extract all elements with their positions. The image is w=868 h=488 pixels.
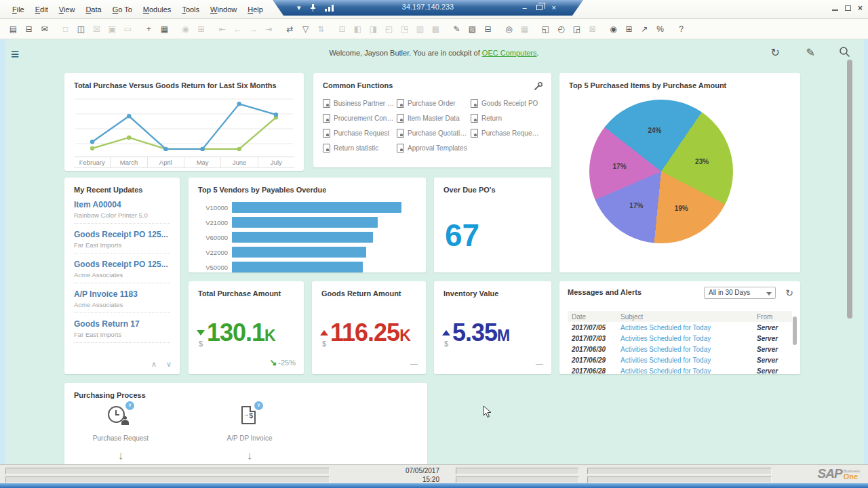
edit-mode-icon[interactable]: ✎ xyxy=(450,22,463,35)
recent-update-link[interactable]: A/P Invoice 1183 xyxy=(74,289,170,299)
messages-refresh-icon[interactable]: ↻ xyxy=(785,287,793,298)
search-icon[interactable] xyxy=(839,46,850,58)
main-scrollbar[interactable] xyxy=(847,60,852,319)
messages-icon[interactable]: ◎ xyxy=(502,22,515,35)
refresh-cockpit-icon[interactable]: ↻ xyxy=(771,46,780,59)
bar-category-label: V22000 xyxy=(198,249,232,256)
recent-update-link[interactable]: Item A00004 xyxy=(74,200,170,209)
preview-icon[interactable]: ▤ xyxy=(7,22,20,35)
user-defined-fields-icon[interactable]: ◱ xyxy=(539,22,552,35)
recent-update-item: Item A00004Rainbow Color Printer 5.0 xyxy=(74,194,170,224)
message-subject-link[interactable]: Activities Scheduled for Today xyxy=(611,335,757,342)
message-subject-link[interactable]: Activities Scheduled for Today xyxy=(611,367,757,375)
kpi-unit: K xyxy=(399,327,411,344)
bar-v60000[interactable] xyxy=(232,232,373,243)
menu-data[interactable]: Data xyxy=(80,5,106,14)
kpi-value: 116.25 xyxy=(330,319,399,346)
message-date: 2017/06/29 xyxy=(568,357,611,364)
form-mode-icon[interactable]: ◲ xyxy=(570,22,583,35)
common-function-goods-receipt-po[interactable]: Goods Receipt PO xyxy=(471,99,542,108)
recent-update-link[interactable]: Goods Return 17 xyxy=(74,319,170,329)
common-function-label: Goods Receipt PO xyxy=(481,100,538,107)
process-step-purchase-request[interactable]: ∨ Purchase Request ↓ xyxy=(83,405,158,463)
print-layout-icon[interactable]: ▧ xyxy=(466,22,479,35)
bar-v21000[interactable] xyxy=(232,217,378,228)
find-icon: ◉ xyxy=(179,22,192,35)
company-link[interactable]: OEC Computers xyxy=(482,49,537,57)
refresh-record-icon[interactable]: ⇄ xyxy=(283,22,296,35)
message-subject-link[interactable]: Activities Scheduled for Today xyxy=(611,346,757,353)
window-restore-icon[interactable] xyxy=(845,5,851,11)
menu-help[interactable]: Help xyxy=(242,5,269,14)
messages-filter-dropdown[interactable]: All in 30 Days xyxy=(704,287,776,299)
bar-v10000[interactable] xyxy=(232,202,401,213)
common-function-purchase-request[interactable]: Purchase Request xyxy=(323,129,394,138)
toolbar-group: +▦ xyxy=(142,22,171,35)
sap-logo-one: One xyxy=(844,474,860,479)
add-favorites-icon[interactable]: ⊞ xyxy=(623,22,635,35)
common-function-purchase-quotation[interactable]: Purchase Quotation... xyxy=(397,129,468,138)
bar-v22000[interactable] xyxy=(232,247,366,258)
close-icon[interactable]: × xyxy=(552,2,556,13)
messages-scrollbar[interactable] xyxy=(793,317,797,345)
percentage-icon[interactable]: % xyxy=(654,22,667,35)
recent-update-link[interactable]: Goods Receipt PO 125... xyxy=(74,230,170,239)
menu-tools[interactable]: Tools xyxy=(176,5,205,14)
common-function-approval-templates[interactable]: Approval Templates xyxy=(397,144,468,152)
previous-record-icon: ← xyxy=(231,22,244,35)
common-function-item-master-data[interactable]: Item Master Data xyxy=(397,114,468,123)
menu-file[interactable]: File xyxy=(7,5,30,14)
minimize-icon[interactable]: – xyxy=(522,2,526,13)
edit-cockpit-icon[interactable]: ✎ xyxy=(806,46,815,59)
mouse-cursor xyxy=(483,405,492,418)
restore-icon[interactable] xyxy=(536,5,542,10)
copy-icon[interactable]: ◫ xyxy=(75,22,87,35)
common-function-procurement-confir[interactable]: Procurement Confir... xyxy=(323,114,394,123)
link-icon[interactable]: ↗ xyxy=(638,22,651,35)
print-icon[interactable]: ⊟ xyxy=(22,22,35,35)
recent-update-link[interactable]: Goods Receipt PO 125... xyxy=(74,260,170,269)
toolbar: ▤⊟✉□◫☒▣▭+▦◉⊞⇤←→⇥⇄▽⇅⊡◧◨◰◳▥▩✎▧⊟◎▦◱◴◲⊠◉⊞↗%? xyxy=(0,19,868,39)
common-function-business-partner-m[interactable]: Business Partner M... xyxy=(323,99,394,108)
menu-go-to[interactable]: Go To xyxy=(107,5,138,14)
menu-edit[interactable]: Edit xyxy=(30,5,54,14)
filter-icon[interactable]: ▽ xyxy=(299,22,312,35)
process-step-ap-dp-invoice[interactable]: →$ ∨ A/P DP Invoice ↓ xyxy=(212,405,287,463)
common-function-label: Purchase Request xyxy=(334,129,389,137)
toolbar-group: ◎▦ xyxy=(502,22,531,35)
bar-row: V21000 xyxy=(198,217,416,228)
step-badge-icon[interactable]: ∨ xyxy=(125,401,134,410)
common-function-return[interactable]: Return xyxy=(471,114,542,123)
toolbar-groups: ▤⊟✉□◫☒▣▭+▦◉⊞⇤←→⇥⇄▽⇅⊡◧◨◰◳▥▩✎▧⊟◎▦◱◴◲⊠◉⊞↗%? xyxy=(7,22,696,35)
form-settings-icon[interactable]: ▦ xyxy=(158,22,171,35)
window-close-icon[interactable]: × xyxy=(858,5,863,12)
common-function-purchase-order[interactable]: Purchase Order xyxy=(397,99,468,108)
page-up-icon[interactable]: ∧ xyxy=(151,360,157,369)
pie-slice-label: 17% xyxy=(613,163,627,170)
help-icon[interactable]: ? xyxy=(675,22,688,35)
page-down-icon[interactable]: ∨ xyxy=(166,360,172,369)
menu-view[interactable]: View xyxy=(54,5,81,14)
common-function-purchase-request[interactable]: Purchase Request... xyxy=(471,129,542,138)
x-axis-label: May xyxy=(184,157,221,167)
message-subject-link[interactable]: Activities Scheduled for Today xyxy=(611,357,757,364)
toolbar-group: ✎▧⊟ xyxy=(450,22,494,35)
message-subject-link[interactable]: Activities Scheduled for Today xyxy=(611,324,757,331)
bar-v50000[interactable] xyxy=(232,262,363,272)
panel-purchasing-process: Purchasing Process ∨ Purchase Request ↓ … xyxy=(64,383,427,464)
window-minimize-icon[interactable] xyxy=(832,5,838,11)
search-documents-icon[interactable]: ◉ xyxy=(607,22,620,35)
common-function-return-statistic[interactable]: Return statistic xyxy=(323,144,394,152)
document-printing-icon[interactable]: ⊟ xyxy=(481,22,494,35)
time-recording-icon[interactable]: ◴ xyxy=(555,22,568,35)
step-badge-icon[interactable]: ∨ xyxy=(254,401,263,410)
transaction-journal-icon: ▩ xyxy=(429,22,442,35)
status-field xyxy=(5,476,330,483)
wrench-icon[interactable] xyxy=(533,81,543,92)
menu-modules[interactable]: Modules xyxy=(138,5,177,14)
menu-window[interactable]: Window xyxy=(205,5,242,14)
message-from: Server xyxy=(757,346,792,353)
email-icon[interactable]: ✉ xyxy=(38,22,51,35)
move-icon[interactable]: + xyxy=(142,22,155,35)
status-time: 15:20 xyxy=(372,476,439,483)
